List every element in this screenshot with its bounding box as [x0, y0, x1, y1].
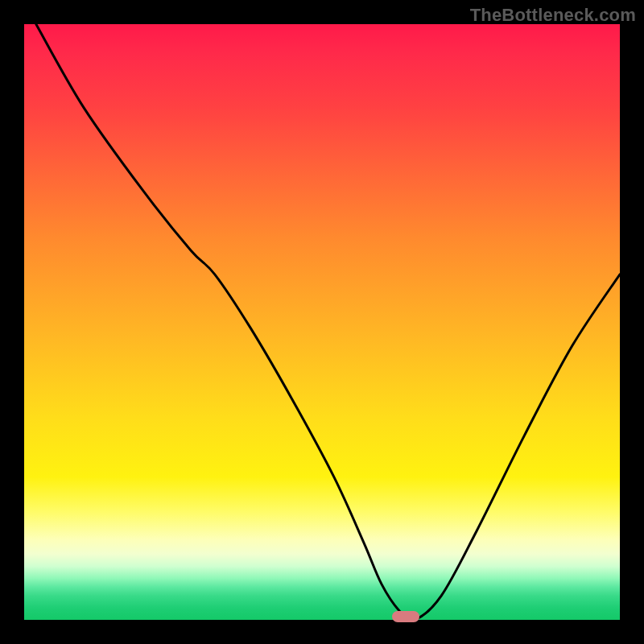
minimum-marker	[392, 611, 419, 622]
bottleneck-curve	[24, 24, 620, 620]
watermark-label: TheBottleneck.com	[470, 5, 636, 26]
chart-container: TheBottleneck.com	[0, 0, 644, 644]
plot-area	[24, 24, 620, 620]
